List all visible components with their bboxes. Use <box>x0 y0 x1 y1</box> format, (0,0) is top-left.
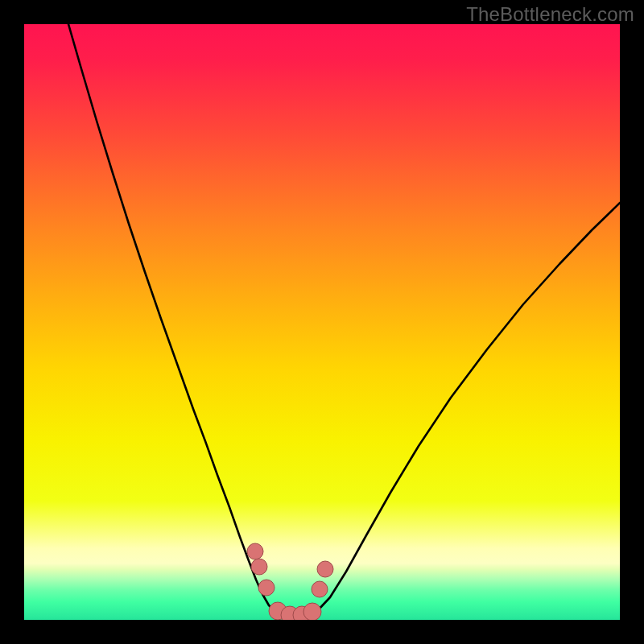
valley-marker <box>303 603 321 620</box>
plot-area <box>24 24 620 620</box>
chart-frame: TheBottleneck.com <box>0 0 644 644</box>
valley-marker <box>317 561 333 577</box>
valley-marker <box>258 580 275 596</box>
watermark-text: TheBottleneck.com <box>466 3 634 26</box>
valley-marker <box>247 543 263 559</box>
gradient-background <box>24 24 620 620</box>
valley-marker <box>312 581 328 597</box>
bottleneck-chart <box>24 24 620 620</box>
valley-marker <box>251 559 267 575</box>
